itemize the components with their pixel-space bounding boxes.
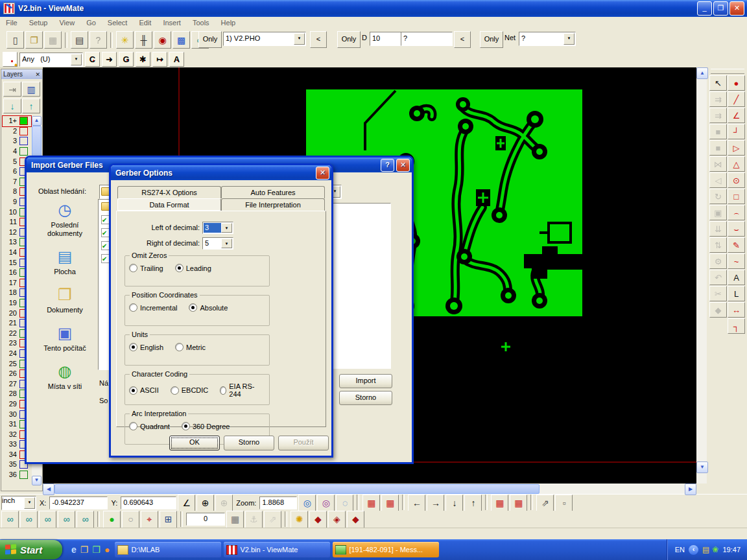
scroll-right-icon[interactable]: ▶ bbox=[685, 484, 696, 495]
view-pads-glasses-button[interactable]: ∞ bbox=[1, 511, 19, 528]
tab-data-format[interactable]: Data Format bbox=[117, 198, 221, 211]
ok-button[interactable]: OK bbox=[169, 436, 220, 450]
radio-trailing[interactable]: Trailing bbox=[129, 264, 163, 272]
grid-pan-button[interactable]: ▦ bbox=[510, 495, 527, 512]
view-drill-glasses-button[interactable]: ∞ bbox=[58, 511, 75, 528]
rect-tool-button[interactable]: □ bbox=[728, 189, 745, 204]
menu-item-insert[interactable]: Insert bbox=[157, 18, 187, 29]
circle-tool-button[interactable]: ⊙ bbox=[728, 172, 745, 188]
scroll-up-icon[interactable]: ▲ bbox=[32, 116, 42, 126]
canvas-hscrollbar[interactable]: ◀ ▶ bbox=[43, 484, 696, 494]
dialog-close-button[interactable]: ✕ bbox=[316, 167, 329, 180]
pan-right-button[interactable]: → bbox=[427, 495, 444, 512]
minimize-button[interactable]: _ bbox=[697, 1, 712, 16]
layer-row[interactable]: 36 bbox=[3, 470, 31, 480]
tool-c-icon[interactable]: C bbox=[85, 52, 100, 67]
layers-scroll-thumb[interactable] bbox=[32, 126, 42, 159]
radio-incremental[interactable]: Incremental bbox=[129, 303, 177, 312]
menu-item-file[interactable]: File bbox=[0, 18, 23, 29]
place-recent-documents[interactable]: ◷Poslední dokumenty bbox=[35, 200, 95, 238]
unit-combo[interactable]: inch ▼ bbox=[1, 496, 36, 510]
tool-a-icon[interactable]: A bbox=[169, 52, 184, 67]
line-tool-button[interactable]: ╱ bbox=[728, 91, 745, 107]
blink-2-button[interactable]: ◈ bbox=[328, 511, 346, 528]
tool-star-icon[interactable]: ✱ bbox=[136, 52, 150, 67]
close-button[interactable]: ✕ bbox=[729, 1, 744, 16]
layer-row[interactable]: 1+ bbox=[3, 116, 31, 126]
tab-rs274-x-options[interactable]: RS274-X Options bbox=[117, 186, 221, 198]
start-button[interactable]: Start bbox=[0, 540, 62, 559]
chevron-down-icon[interactable]: ▼ bbox=[24, 497, 35, 509]
dcode-filter-input[interactable]: ? bbox=[401, 32, 453, 46]
only-net-button[interactable]: Only bbox=[480, 31, 503, 48]
firefox-icon[interactable]: ● bbox=[104, 545, 110, 554]
layer-row[interactable]: 2 bbox=[3, 126, 31, 137]
layer-down-button[interactable]: ↓ bbox=[3, 99, 21, 113]
pad-tool-button[interactable]: ● bbox=[728, 75, 745, 91]
canvas-vscrollbar[interactable]: ▲ ▼ bbox=[696, 67, 707, 484]
scroll-down-icon[interactable]: ▼ bbox=[696, 461, 708, 473]
select-area-button[interactable]: ▫ bbox=[555, 495, 573, 512]
task-dmlab[interactable]: D:\MLAB bbox=[115, 542, 221, 557]
place-my-computer[interactable]: ▣Tento počítač bbox=[35, 323, 95, 353]
task-viewmate[interactable]: V2.bin - ViewMate bbox=[224, 542, 330, 557]
radio-metric[interactable]: Metric bbox=[175, 343, 206, 351]
menu-item-view[interactable]: View bbox=[53, 18, 80, 29]
vertex-tool-button[interactable]: ▷ bbox=[728, 140, 745, 156]
cancel-button[interactable]: Storno bbox=[339, 391, 392, 405]
scroll-left-icon[interactable]: ◀ bbox=[43, 484, 54, 495]
pen-arc-tool-button[interactable]: ~ bbox=[728, 253, 745, 269]
stretch-dashed-button[interactable]: ⇗ bbox=[536, 495, 554, 512]
new-file-button[interactable]: ▯ bbox=[6, 31, 24, 49]
pan-left-button[interactable]: ← bbox=[408, 495, 425, 512]
radio-absolute[interactable]: Absolute bbox=[189, 303, 228, 312]
highlight-off-button[interactable]: ○ bbox=[122, 511, 139, 528]
scroll-up-icon[interactable]: ▲ bbox=[696, 67, 708, 79]
origin-target-button[interactable]: ⊕ bbox=[196, 495, 214, 512]
polyline-tool-button[interactable]: ∠ bbox=[728, 108, 745, 123]
zoom-window-button[interactable]: ◌ bbox=[336, 495, 353, 512]
grid-corner-button[interactable]: ▦ bbox=[491, 495, 508, 512]
aperture-type-combo[interactable]: Any (U) ▼ bbox=[19, 52, 83, 67]
close-icon[interactable]: ✕ bbox=[35, 71, 40, 78]
radio-360-degree[interactable]: 360 Degree bbox=[182, 422, 230, 430]
menu-item-help[interactable]: Help bbox=[215, 18, 242, 29]
probe-pin-button[interactable]: ⌖ bbox=[141, 511, 158, 528]
view-traces-glasses-button[interactable]: ∞ bbox=[20, 511, 38, 528]
highlight-on-button[interactable]: ● bbox=[103, 511, 121, 528]
print-button[interactable]: ▤ bbox=[71, 31, 88, 49]
task-messenger[interactable]: [191-482-091] - Mess... bbox=[333, 542, 439, 557]
radio-eia-rs-244[interactable]: EIA RS-244 bbox=[220, 382, 256, 398]
zoom-grid-button[interactable]: ◎ bbox=[317, 495, 335, 512]
tray-chevron-icon[interactable]: ‹ bbox=[689, 545, 698, 555]
radio-ascii[interactable]: ASCII bbox=[129, 386, 159, 395]
blink-1-button[interactable]: ◆ bbox=[309, 511, 327, 528]
test-pins-button[interactable]: ╫ bbox=[135, 31, 152, 49]
quad-view-button[interactable]: ⊞ bbox=[160, 511, 177, 528]
view-outline-glasses-button[interactable]: ∞ bbox=[77, 511, 94, 528]
radio-english[interactable]: English bbox=[129, 343, 163, 351]
angle-measure-button[interactable]: ∠ bbox=[178, 495, 195, 512]
corner-tool-button[interactable]: ┐ bbox=[728, 318, 745, 334]
open-folder-button[interactable]: ❐ bbox=[25, 31, 43, 49]
menu-item-edit[interactable]: Edit bbox=[133, 18, 157, 29]
view-planes-glasses-button[interactable]: ∞ bbox=[39, 511, 56, 528]
layer-row[interactable]: 3 bbox=[3, 136, 31, 146]
chevron-down-icon[interactable]: ▼ bbox=[221, 239, 232, 248]
flash-pattern-button[interactable]: ✺ bbox=[290, 511, 308, 528]
text-l-tool-button[interactable]: L bbox=[728, 286, 745, 301]
menu-item-tools[interactable]: Tools bbox=[187, 18, 215, 29]
tab-file-interpretation[interactable]: File Interpretation bbox=[221, 198, 325, 211]
radio-ebcdic[interactable]: EBCDIC bbox=[171, 386, 209, 395]
left-decimal-combo[interactable]: 3 ▼ bbox=[202, 222, 233, 234]
green-app-icon[interactable]: ❒ bbox=[92, 545, 101, 554]
pan-down-button[interactable]: ↓ bbox=[445, 495, 463, 512]
chevron-down-icon[interactable]: ▼ bbox=[563, 33, 575, 45]
place-desktop[interactable]: ▤Plocha bbox=[35, 247, 95, 276]
tool-h-icon[interactable]: ↦ bbox=[152, 52, 167, 67]
tool-arrow-icon[interactable]: ➜ bbox=[102, 52, 117, 67]
elbow-tool-button[interactable]: ┘ bbox=[728, 124, 745, 139]
triangle-tool-button[interactable]: △ bbox=[728, 156, 745, 172]
menu-item-select[interactable]: Select bbox=[102, 18, 134, 29]
menu-item-go[interactable]: Go bbox=[80, 18, 102, 29]
